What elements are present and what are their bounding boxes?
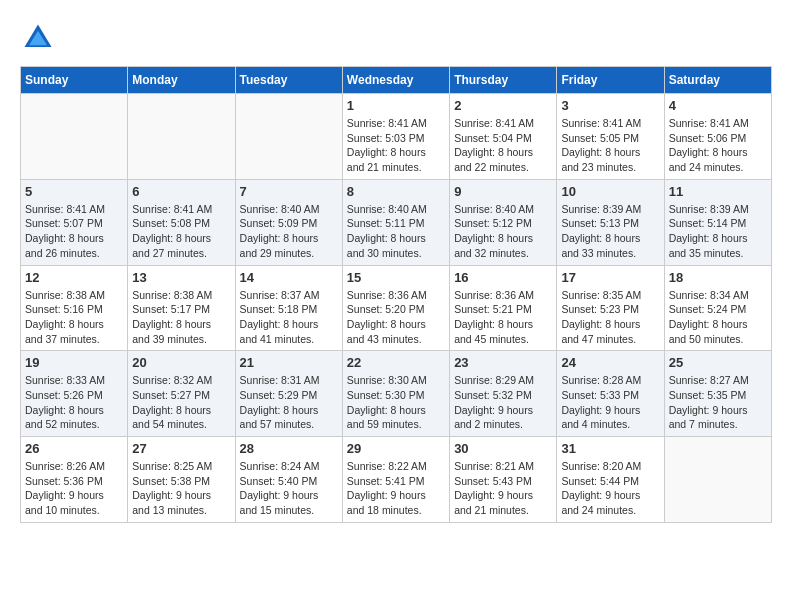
day-info: Sunrise: 8:21 AM Sunset: 5:43 PM Dayligh… — [454, 459, 552, 518]
day-number: 20 — [132, 355, 230, 370]
day-number: 24 — [561, 355, 659, 370]
calendar-day-cell: 27Sunrise: 8:25 AM Sunset: 5:38 PM Dayli… — [128, 437, 235, 523]
calendar-week-row: 5Sunrise: 8:41 AM Sunset: 5:07 PM Daylig… — [21, 179, 772, 265]
day-info: Sunrise: 8:38 AM Sunset: 5:17 PM Dayligh… — [132, 288, 230, 347]
logo-icon — [20, 20, 56, 56]
calendar-day-cell: 17Sunrise: 8:35 AM Sunset: 5:23 PM Dayli… — [557, 265, 664, 351]
calendar-day-cell: 15Sunrise: 8:36 AM Sunset: 5:20 PM Dayli… — [342, 265, 449, 351]
calendar-day-cell — [128, 94, 235, 180]
day-number: 1 — [347, 98, 445, 113]
day-number: 26 — [25, 441, 123, 456]
day-number: 8 — [347, 184, 445, 199]
day-info: Sunrise: 8:41 AM Sunset: 5:06 PM Dayligh… — [669, 116, 767, 175]
day-number: 28 — [240, 441, 338, 456]
calendar-header-row: SundayMondayTuesdayWednesdayThursdayFrid… — [21, 67, 772, 94]
day-info: Sunrise: 8:32 AM Sunset: 5:27 PM Dayligh… — [132, 373, 230, 432]
calendar-day-cell: 16Sunrise: 8:36 AM Sunset: 5:21 PM Dayli… — [450, 265, 557, 351]
day-info: Sunrise: 8:24 AM Sunset: 5:40 PM Dayligh… — [240, 459, 338, 518]
day-number: 19 — [25, 355, 123, 370]
calendar-day-cell: 8Sunrise: 8:40 AM Sunset: 5:11 PM Daylig… — [342, 179, 449, 265]
day-number: 30 — [454, 441, 552, 456]
calendar-day-cell — [21, 94, 128, 180]
day-number: 14 — [240, 270, 338, 285]
calendar-day-cell: 5Sunrise: 8:41 AM Sunset: 5:07 PM Daylig… — [21, 179, 128, 265]
day-info: Sunrise: 8:41 AM Sunset: 5:04 PM Dayligh… — [454, 116, 552, 175]
day-number: 31 — [561, 441, 659, 456]
calendar-day-cell — [235, 94, 342, 180]
day-info: Sunrise: 8:26 AM Sunset: 5:36 PM Dayligh… — [25, 459, 123, 518]
logo — [20, 20, 62, 56]
calendar-day-cell: 6Sunrise: 8:41 AM Sunset: 5:08 PM Daylig… — [128, 179, 235, 265]
calendar-day-cell: 26Sunrise: 8:26 AM Sunset: 5:36 PM Dayli… — [21, 437, 128, 523]
calendar-day-cell: 22Sunrise: 8:30 AM Sunset: 5:30 PM Dayli… — [342, 351, 449, 437]
day-info: Sunrise: 8:35 AM Sunset: 5:23 PM Dayligh… — [561, 288, 659, 347]
day-info: Sunrise: 8:37 AM Sunset: 5:18 PM Dayligh… — [240, 288, 338, 347]
calendar-table: SundayMondayTuesdayWednesdayThursdayFrid… — [20, 66, 772, 523]
day-number: 9 — [454, 184, 552, 199]
day-info: Sunrise: 8:29 AM Sunset: 5:32 PM Dayligh… — [454, 373, 552, 432]
calendar-day-cell: 4Sunrise: 8:41 AM Sunset: 5:06 PM Daylig… — [664, 94, 771, 180]
day-number: 15 — [347, 270, 445, 285]
day-header-sunday: Sunday — [21, 67, 128, 94]
day-number: 29 — [347, 441, 445, 456]
day-number: 25 — [669, 355, 767, 370]
calendar-week-row: 26Sunrise: 8:26 AM Sunset: 5:36 PM Dayli… — [21, 437, 772, 523]
calendar-day-cell: 10Sunrise: 8:39 AM Sunset: 5:13 PM Dayli… — [557, 179, 664, 265]
day-info: Sunrise: 8:28 AM Sunset: 5:33 PM Dayligh… — [561, 373, 659, 432]
day-info: Sunrise: 8:34 AM Sunset: 5:24 PM Dayligh… — [669, 288, 767, 347]
day-number: 2 — [454, 98, 552, 113]
day-info: Sunrise: 8:40 AM Sunset: 5:09 PM Dayligh… — [240, 202, 338, 261]
day-header-wednesday: Wednesday — [342, 67, 449, 94]
day-header-thursday: Thursday — [450, 67, 557, 94]
day-info: Sunrise: 8:41 AM Sunset: 5:08 PM Dayligh… — [132, 202, 230, 261]
calendar-day-cell: 9Sunrise: 8:40 AM Sunset: 5:12 PM Daylig… — [450, 179, 557, 265]
day-number: 23 — [454, 355, 552, 370]
calendar-day-cell: 25Sunrise: 8:27 AM Sunset: 5:35 PM Dayli… — [664, 351, 771, 437]
calendar-day-cell: 29Sunrise: 8:22 AM Sunset: 5:41 PM Dayli… — [342, 437, 449, 523]
calendar-day-cell: 2Sunrise: 8:41 AM Sunset: 5:04 PM Daylig… — [450, 94, 557, 180]
day-info: Sunrise: 8:40 AM Sunset: 5:11 PM Dayligh… — [347, 202, 445, 261]
calendar-day-cell: 14Sunrise: 8:37 AM Sunset: 5:18 PM Dayli… — [235, 265, 342, 351]
day-info: Sunrise: 8:36 AM Sunset: 5:20 PM Dayligh… — [347, 288, 445, 347]
day-header-monday: Monday — [128, 67, 235, 94]
day-number: 16 — [454, 270, 552, 285]
calendar-day-cell: 20Sunrise: 8:32 AM Sunset: 5:27 PM Dayli… — [128, 351, 235, 437]
day-number: 3 — [561, 98, 659, 113]
day-header-friday: Friday — [557, 67, 664, 94]
day-info: Sunrise: 8:36 AM Sunset: 5:21 PM Dayligh… — [454, 288, 552, 347]
day-number: 7 — [240, 184, 338, 199]
day-info: Sunrise: 8:41 AM Sunset: 5:07 PM Dayligh… — [25, 202, 123, 261]
day-number: 10 — [561, 184, 659, 199]
day-number: 21 — [240, 355, 338, 370]
day-number: 22 — [347, 355, 445, 370]
day-number: 18 — [669, 270, 767, 285]
calendar-day-cell: 23Sunrise: 8:29 AM Sunset: 5:32 PM Dayli… — [450, 351, 557, 437]
calendar-day-cell: 18Sunrise: 8:34 AM Sunset: 5:24 PM Dayli… — [664, 265, 771, 351]
day-number: 4 — [669, 98, 767, 113]
day-number: 6 — [132, 184, 230, 199]
day-info: Sunrise: 8:30 AM Sunset: 5:30 PM Dayligh… — [347, 373, 445, 432]
calendar-day-cell: 24Sunrise: 8:28 AM Sunset: 5:33 PM Dayli… — [557, 351, 664, 437]
day-info: Sunrise: 8:40 AM Sunset: 5:12 PM Dayligh… — [454, 202, 552, 261]
day-info: Sunrise: 8:38 AM Sunset: 5:16 PM Dayligh… — [25, 288, 123, 347]
calendar-week-row: 12Sunrise: 8:38 AM Sunset: 5:16 PM Dayli… — [21, 265, 772, 351]
day-header-saturday: Saturday — [664, 67, 771, 94]
day-number: 17 — [561, 270, 659, 285]
calendar-day-cell: 1Sunrise: 8:41 AM Sunset: 5:03 PM Daylig… — [342, 94, 449, 180]
day-number: 13 — [132, 270, 230, 285]
calendar-week-row: 19Sunrise: 8:33 AM Sunset: 5:26 PM Dayli… — [21, 351, 772, 437]
day-number: 11 — [669, 184, 767, 199]
day-info: Sunrise: 8:25 AM Sunset: 5:38 PM Dayligh… — [132, 459, 230, 518]
day-info: Sunrise: 8:22 AM Sunset: 5:41 PM Dayligh… — [347, 459, 445, 518]
calendar-day-cell: 13Sunrise: 8:38 AM Sunset: 5:17 PM Dayli… — [128, 265, 235, 351]
calendar-day-cell: 28Sunrise: 8:24 AM Sunset: 5:40 PM Dayli… — [235, 437, 342, 523]
day-info: Sunrise: 8:39 AM Sunset: 5:13 PM Dayligh… — [561, 202, 659, 261]
header — [20, 20, 772, 56]
day-number: 5 — [25, 184, 123, 199]
day-info: Sunrise: 8:33 AM Sunset: 5:26 PM Dayligh… — [25, 373, 123, 432]
day-number: 12 — [25, 270, 123, 285]
calendar-day-cell: 7Sunrise: 8:40 AM Sunset: 5:09 PM Daylig… — [235, 179, 342, 265]
calendar-day-cell: 19Sunrise: 8:33 AM Sunset: 5:26 PM Dayli… — [21, 351, 128, 437]
calendar-week-row: 1Sunrise: 8:41 AM Sunset: 5:03 PM Daylig… — [21, 94, 772, 180]
calendar-day-cell: 21Sunrise: 8:31 AM Sunset: 5:29 PM Dayli… — [235, 351, 342, 437]
